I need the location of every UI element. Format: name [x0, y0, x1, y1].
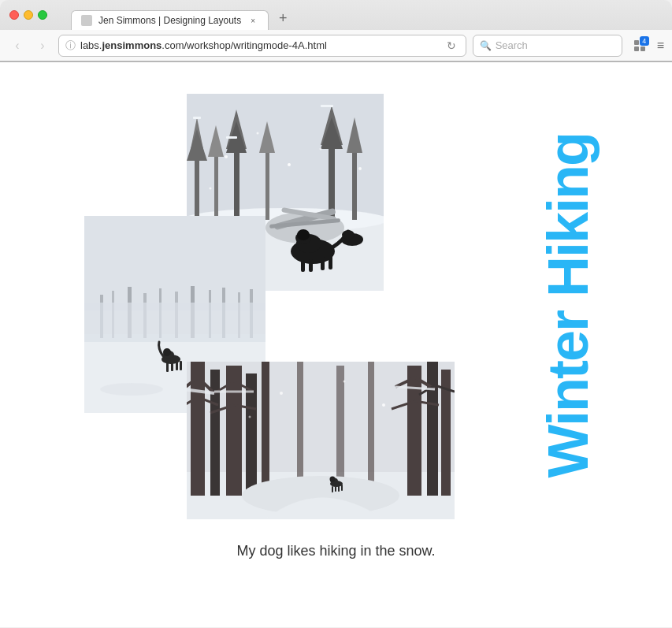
svg-rect-76	[407, 366, 421, 496]
reload-button[interactable]: ↻	[444, 38, 459, 54]
svg-point-38	[342, 230, 355, 240]
tab-bar: Jen Simmons | Designing Layouts × +	[63, 7, 302, 29]
svg-rect-23	[226, 136, 237, 139]
svg-rect-77	[427, 362, 438, 496]
svg-point-43	[358, 167, 362, 170]
minimize-button[interactable]	[24, 10, 33, 20]
svg-rect-81	[368, 362, 374, 488]
close-button[interactable]	[9, 10, 19, 20]
svg-point-39	[225, 155, 228, 158]
address-bar: ‹ › ⓘ labs.jensimmons.com/workshop/writi…	[0, 30, 672, 61]
page-content: Winter Hiking My dog likes hiking in the…	[0, 62, 672, 627]
svg-point-90	[280, 392, 283, 395]
svg-point-32	[297, 229, 310, 240]
svg-rect-34	[309, 259, 313, 272]
address-bar-input[interactable]: ⓘ labs.jensimmons.com/workshop/writingmo…	[58, 35, 466, 57]
tab-title: Jen Simmons | Designing Layouts	[98, 15, 241, 26]
window-controls	[9, 10, 47, 20]
svg-rect-0	[634, 40, 639, 45]
svg-rect-15	[265, 145, 269, 220]
menu-button[interactable]: ≡	[657, 39, 664, 53]
svg-rect-24	[321, 105, 333, 107]
svg-rect-2	[634, 46, 639, 51]
svg-rect-89	[341, 485, 343, 491]
svg-point-42	[319, 148, 321, 150]
svg-point-85	[329, 477, 335, 482]
page-caption: My dog likes hiking in the snow.	[84, 543, 588, 559]
svg-rect-86	[332, 486, 333, 492]
svg-rect-80	[336, 366, 344, 484]
svg-rect-35	[321, 257, 325, 270]
search-icon: 🔍	[480, 40, 492, 51]
search-bar[interactable]: 🔍 Search	[473, 35, 622, 57]
svg-point-40	[256, 132, 258, 135]
new-tab-button[interactable]: +	[272, 7, 294, 29]
svg-point-91	[343, 381, 345, 383]
svg-point-92	[382, 403, 385, 407]
tab-favicon	[81, 15, 92, 26]
svg-rect-65	[176, 362, 178, 370]
svg-rect-22	[193, 117, 201, 119]
browser-chrome: Jen Simmons | Designing Layouts × + ‹ › …	[0, 0, 672, 62]
tab-close-button[interactable]: ×	[247, 15, 258, 26]
page-title: Winter Hiking	[540, 133, 596, 478]
maximize-button[interactable]	[38, 10, 47, 20]
url-display: labs.jensimmons.com/workshop/writingmode…	[80, 39, 439, 51]
title-bar: Jen Simmons | Designing Layouts × +	[0, 0, 672, 30]
svg-rect-63	[166, 362, 169, 372]
svg-rect-75	[262, 362, 269, 496]
svg-rect-3	[640, 46, 645, 51]
browser-tab[interactable]: Jen Simmons | Designing Layouts ×	[71, 10, 269, 30]
photo-forest-path	[187, 362, 455, 519]
svg-rect-36	[329, 255, 332, 269]
svg-rect-59	[84, 303, 265, 342]
svg-point-44	[209, 188, 211, 190]
svg-rect-64	[171, 362, 173, 371]
forward-button[interactable]: ›	[33, 36, 52, 55]
search-placeholder: Search	[496, 39, 528, 51]
back-button[interactable]: ‹	[8, 36, 27, 55]
svg-rect-10	[214, 149, 218, 220]
svg-point-62	[163, 348, 171, 356]
layout-container: Winter Hiking My dog likes hiking in the…	[84, 94, 588, 559]
svg-rect-79	[297, 362, 303, 484]
svg-rect-33	[301, 258, 305, 272]
svg-point-67	[100, 383, 163, 396]
svg-rect-87	[335, 486, 336, 492]
svg-rect-88	[338, 485, 340, 492]
info-icon: ⓘ	[65, 39, 76, 53]
svg-rect-66	[180, 361, 182, 370]
extensions-button[interactable]: 4	[629, 35, 651, 57]
extensions-badge: 4	[640, 36, 649, 46]
photo-grid: Winter Hiking	[84, 94, 588, 535]
svg-rect-72	[210, 370, 220, 496]
svg-point-41	[288, 163, 291, 166]
svg-point-93	[248, 416, 251, 418]
